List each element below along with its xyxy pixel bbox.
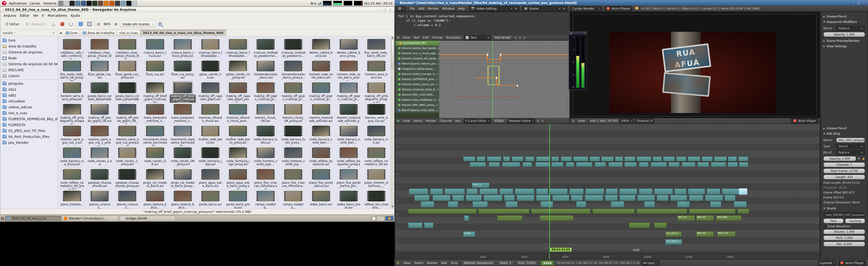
vse-strip[interactable]: [444, 189, 465, 195]
sidebar-item[interactable]: livre: [0, 37, 58, 43]
paste-icon[interactable]: [541, 120, 544, 123]
vse-strip[interactable]: [466, 195, 482, 201]
vse-strip[interactable]: [467, 189, 478, 195]
vse-strip[interactable]: [714, 156, 727, 161]
vse-strip[interactable]: [592, 209, 635, 214]
vse-strip[interactable]: [551, 162, 563, 167]
fcurve-channel[interactable]: Blend Opacity (mini_time...): [395, 108, 439, 113]
timeline-ruler[interactable]: 2000400060008000100001200014000: [395, 253, 820, 259]
menu-item-file[interactable]: File: [408, 7, 417, 10]
action-row[interactable]: ▾SceneAction.001: [395, 41, 439, 45]
vse-strip[interactable]: [689, 209, 736, 214]
add-layout-icon[interactable]: ＋: [510, 6, 513, 10]
scroll-up-icon[interactable]: ▲: [391, 36, 394, 39]
menu-item-add[interactable]: Add: [439, 261, 448, 265]
sidebar-item[interactable]: videos_edicao: [0, 104, 58, 110]
sidebar-item[interactable]: FLORESTA_VERMELHA_Bkp_dia3: [0, 116, 58, 122]
vse-strip-MVI_05[interactable]: MVI_05: [696, 215, 714, 221]
vse-strip[interactable]: [531, 209, 591, 214]
caching-button[interactable]: Caching: [845, 219, 865, 223]
fcurve-graph[interactable]: [439, 41, 569, 118]
vse-strip[interactable]: [573, 156, 588, 161]
vse-strip[interactable]: [535, 162, 550, 167]
file-item[interactable]: criancas_barco_filmadasdec...: [196, 38, 224, 59]
lock-icon[interactable]: 🔓: [862, 157, 865, 160]
file-item[interactable]: noite_barraca_luzes.avi: [252, 124, 279, 146]
vse-strip[interactable]: [651, 162, 667, 167]
file-item[interactable]: noite_cenatv_2.avi: [86, 146, 114, 168]
screen-layout-select[interactable]: Video Editing＋✕: [469, 6, 520, 11]
opacity-slider[interactable]: Opacity: 1.000: [824, 32, 865, 37]
launcher-icon-3[interactable]: [69, 1, 75, 6]
path-button[interactable]: 2013_04_04_rios_e_ruas_rio_afua_thome_60…: [140, 30, 226, 36]
file-item[interactable]: making_off_pondo_gopro_OK.avi: [86, 103, 114, 124]
file-item[interactable]: menino_luzescidade_aofundo_pr...: [335, 103, 363, 124]
vse-strip-rua_afua_t[interactable]: rua_afua_t: [665, 239, 682, 244]
workspace-1[interactable]: [376, 216, 385, 221]
menu-item-templates[interactable]: Templates: [444, 36, 463, 39]
vse-strip[interactable]: [430, 189, 443, 195]
file-item[interactable]: noite_reflexo_barqueiros_proxy.avi: [335, 146, 363, 168]
vse-strip[interactable]: [478, 209, 529, 214]
vse-strip-rua_s_c[interactable]: rua_s_c: [472, 182, 490, 188]
path-button[interactable]: livre: [63, 30, 80, 36]
file-item[interactable]: making_off_brief_gopro_criancas.avi: [141, 81, 169, 103]
av-sync-select[interactable]: AV-sync▾: [642, 260, 659, 266]
vse-strip[interactable]: [608, 162, 623, 167]
menu-item-view[interactable]: View: [401, 261, 412, 265]
taskbar-task[interactable]: bridge-28449: [119, 216, 176, 221]
frame-end-field[interactable]: End: 15391: [516, 260, 538, 266]
menu-item-marcadores[interactable]: Marcadores: [46, 13, 68, 18]
vse-strip[interactable]: [619, 195, 636, 201]
grease-pencil-panel[interactable]: ▶Grease Pencil: [824, 14, 865, 19]
menu-item-aplicativos[interactable]: Aplicativos: [7, 1, 28, 5]
sequencer-editor-type-icon[interactable]: [397, 261, 400, 264]
file-item[interactable]: noite_barraca_nome_barc...: [307, 124, 335, 146]
file-item[interactable]: maos_barqueiro_meninos_n...: [169, 103, 196, 124]
vse-strip[interactable]: [536, 189, 548, 195]
file-item[interactable]: plano_fixo_ponte_barcos_pro...: [335, 168, 363, 190]
fcurve-channel[interactable]: Volume (redes_barco_pro...): [395, 82, 439, 87]
vse-strip[interactable]: [550, 189, 567, 195]
vse-strip[interactable]: [611, 201, 624, 207]
file-item[interactable]: making_off_capacete_gopro_prox...: [224, 81, 252, 103]
path-button[interactable]: rios_e_ruas: [117, 30, 140, 36]
blend-mode-select[interactable]: Replace▾▴: [836, 150, 865, 155]
vse-strip[interactable]: [728, 156, 737, 161]
launcher-icon-5[interactable]: [81, 1, 86, 6]
menu-item-sistema[interactable]: Sistema: [42, 1, 58, 5]
vse-strip[interactable]: [448, 201, 458, 207]
vse-strip[interactable]: [677, 201, 690, 207]
vse-strip[interactable]: [525, 156, 535, 161]
fcurve-channel[interactable]: *sequence_editor.seque...: [395, 66, 439, 71]
file-item[interactable]: mulher_rede_barco.avi: [196, 124, 224, 146]
vse-strip[interactable]: [724, 195, 736, 201]
vse-strip[interactable]: [698, 162, 709, 167]
file-item[interactable]: plano_homem...: [58, 190, 86, 209]
launcher-icon-9[interactable]: [103, 1, 109, 6]
vse-strip[interactable]: [707, 189, 720, 195]
sidebar-item[interactable]: pos_blender: [0, 140, 58, 145]
fcurve-channel[interactable]: Volume (vila_madalena_ru...): [395, 97, 439, 102]
sound-filepath-field[interactable]: mam_60D/MVI_1007_proxy.wav✕: [824, 212, 865, 217]
sidebar-item[interactable]: virtualbox: [0, 98, 58, 104]
file-item[interactable]: pessoas_chuvaaofundo_proxy.avi: [114, 168, 141, 190]
vse-strip[interactable]: [669, 162, 680, 167]
launcher-icon-11[interactable]: [115, 1, 120, 6]
file-item[interactable]: mulher_rede_barco_proxy.avi: [224, 124, 252, 146]
file-item[interactable]: noite_reflexo_barqueiros.avi: [307, 146, 335, 168]
file-item[interactable]: plano_fixo_ponte_barcos.avi: [307, 168, 335, 190]
grease-pencil-panel[interactable]: ▶Grease Pencil: [824, 126, 865, 131]
back-button[interactable]: Voltar▾: [2, 21, 23, 27]
fcurve-channel[interactable]: Blend Opacity (lateral_por...): [395, 61, 439, 66]
file-item[interactable]: making_off_brief_gopro_criancas_proxy.av…: [169, 81, 196, 103]
line-numbers-toggle-icon[interactable]: [514, 36, 517, 39]
sidebar-item[interactable]: Rede: [0, 55, 58, 61]
vse-strip[interactable]: [479, 189, 498, 195]
vse-strip[interactable]: [503, 156, 510, 161]
file-item[interactable]: homem_rede_vento_barco_proxy...: [335, 59, 363, 81]
home-button[interactable]: [77, 21, 85, 27]
vse-strip[interactable]: [657, 195, 669, 201]
minimize-button[interactable]: –: [377, 8, 381, 11]
vse-strip[interactable]: [639, 162, 649, 167]
